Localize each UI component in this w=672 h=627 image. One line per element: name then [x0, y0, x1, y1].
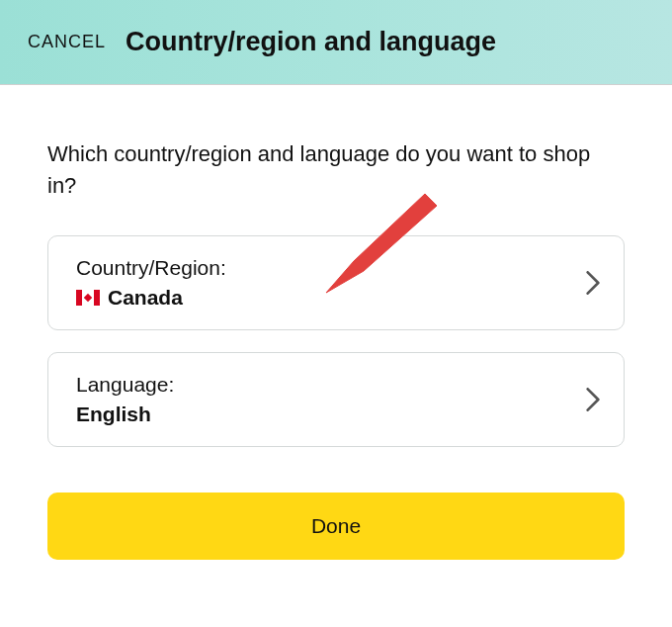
- canada-flag-icon: [76, 290, 100, 306]
- country-region-value-row: Canada: [76, 286, 564, 310]
- country-region-selector[interactable]: Country/Region: Canada: [47, 235, 625, 330]
- chevron-right-icon: [586, 388, 600, 411]
- country-region-label: Country/Region:: [76, 256, 564, 280]
- done-button[interactable]: Done: [47, 493, 625, 560]
- header-bar: CANCEL Country/region and language: [0, 0, 672, 85]
- content-area: Which country/region and language do you…: [0, 85, 672, 560]
- chevron-right-icon: [586, 271, 600, 295]
- language-selector[interactable]: Language: English: [47, 352, 625, 447]
- language-label: Language:: [76, 373, 564, 397]
- prompt-text: Which country/region and language do you…: [47, 138, 625, 202]
- language-value: English: [76, 403, 151, 426]
- page-title: Country/region and language: [126, 27, 496, 57]
- cancel-button[interactable]: CANCEL: [28, 32, 106, 52]
- country-region-value: Canada: [108, 286, 183, 310]
